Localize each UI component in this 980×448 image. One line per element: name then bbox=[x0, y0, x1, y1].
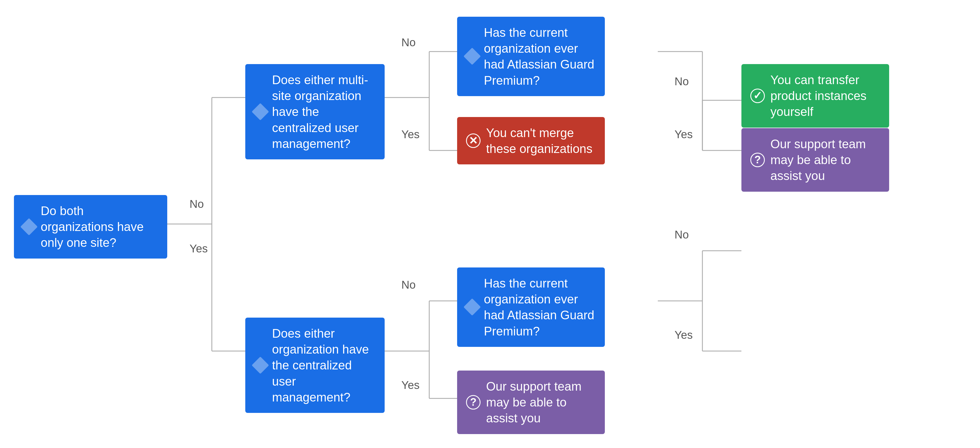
n1-node: Does either multi-site organization have… bbox=[245, 64, 385, 159]
n2-label: Does either organization have the centra… bbox=[272, 326, 376, 405]
n1-no-label: No bbox=[401, 36, 415, 49]
diamond-icon-n2 bbox=[252, 357, 269, 374]
diamond-icon-n3 bbox=[463, 48, 481, 65]
root-label: Do both organizations have only one site… bbox=[41, 203, 158, 251]
n1-yes-label: Yes bbox=[401, 128, 420, 141]
n4-yes-label: Yes bbox=[675, 329, 693, 341]
support1-label: Our support team may be able to assist y… bbox=[486, 378, 596, 426]
n4-label: Has the current organization ever had At… bbox=[484, 275, 596, 339]
cant-merge-label: You can't merge these organizations bbox=[486, 125, 596, 157]
cant-merge-node: ✕ You can't merge these organizations bbox=[457, 117, 605, 164]
x-circle-icon: ✕ bbox=[466, 133, 480, 148]
n2-no-label: No bbox=[401, 279, 415, 291]
n1-label: Does either multi-site organization have… bbox=[272, 72, 376, 152]
question-icon-2: ? bbox=[750, 153, 765, 167]
n3-yes-label: Yes bbox=[675, 128, 693, 141]
n2-node: Does either organization have the centra… bbox=[245, 318, 385, 413]
n2-yes-label: Yes bbox=[401, 379, 420, 391]
support2-label: Our support team may be able to assist y… bbox=[770, 136, 880, 184]
support1-node: ? Our support team may be able to assist… bbox=[457, 370, 605, 434]
n4-no-label: No bbox=[675, 229, 689, 241]
question-icon-1: ? bbox=[466, 395, 480, 410]
diamond-icon-n1 bbox=[252, 103, 269, 120]
n3-label: Has the current organization ever had At… bbox=[484, 24, 596, 88]
diamond-icon-n4 bbox=[463, 299, 481, 316]
n3-no-label: No bbox=[675, 75, 689, 88]
check-icon: ✓ bbox=[750, 89, 765, 103]
root-no-label: No bbox=[189, 198, 204, 210]
root-yes-label: Yes bbox=[189, 242, 208, 255]
n3-node: Has the current organization ever had At… bbox=[457, 17, 605, 96]
transfer-label: You can transfer product instances yours… bbox=[770, 72, 880, 120]
root-node: Do both organizations have only one site… bbox=[14, 195, 167, 259]
transfer-node: ✓ You can transfer product instances you… bbox=[741, 64, 889, 128]
n4-node: Has the current organization ever had At… bbox=[457, 267, 605, 347]
support2-node: ? Our support team may be able to assist… bbox=[741, 128, 889, 192]
diamond-icon bbox=[20, 218, 38, 235]
